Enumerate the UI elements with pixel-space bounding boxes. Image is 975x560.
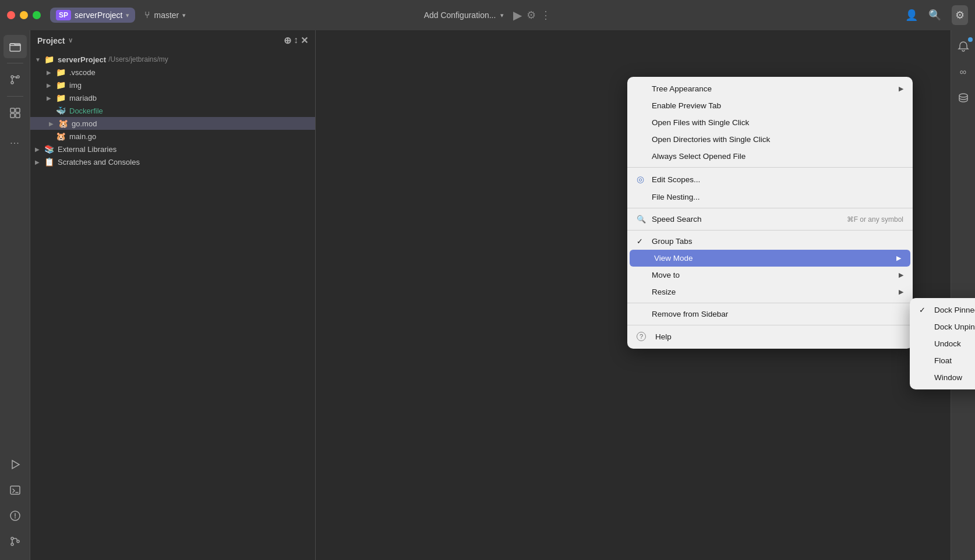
branch-pill[interactable]: ⑂ master ▾ [144, 10, 186, 20]
serverproject-name: serverProject [58, 55, 106, 64]
menu-sep-2 [627, 208, 913, 208]
left-icon-bar: ··· [0, 30, 30, 560]
menu-item-always-select[interactable]: Always Select Opened File [627, 148, 913, 165]
checkmark-icon: ✓ [919, 306, 928, 314]
sidebar-title-dropdown[interactable]: ∨ [68, 37, 73, 44]
project-pill[interactable]: SP serverProject ▾ [50, 8, 135, 23]
tree-item-ext-libs[interactable]: ▶ 📚 External Libraries [30, 143, 315, 155]
move-to-label: Move to [652, 271, 680, 279]
tree-item-dockerfile[interactable]: 🐳 Dockerfile [30, 104, 315, 117]
sidebar-tree: ▼ 📁 serverProject /Users/jetbrains/my ▶ … [30, 51, 315, 560]
svg-rect-6 [10, 114, 15, 118]
sidebar-add-icon[interactable]: ⊕ [284, 35, 291, 46]
sidebar-icon-more[interactable]: ··· [3, 132, 27, 155]
submenu-item-window[interactable]: Window [910, 369, 975, 386]
submenu: ✓ Dock Pinned Dock Unpinned Undock Float [910, 298, 975, 389]
menu-item-view-mode[interactable]: View Mode ▶ [630, 250, 910, 267]
menu-sep-4 [627, 303, 913, 303]
add-config-dropdown[interactable]: ▾ [500, 12, 504, 19]
submenu-item-float[interactable]: Float [910, 352, 975, 369]
right-bar-database[interactable] [952, 86, 975, 109]
menu-item-move-to[interactable]: Move to ▶ [627, 267, 913, 283]
menu-item-file-nesting[interactable]: File Nesting... [627, 189, 913, 205]
tree-item-maingo[interactable]: 🐹 main.go [30, 130, 315, 143]
scratches-icon: 📋 [44, 157, 54, 166]
svg-point-14 [959, 94, 967, 97]
submenu-item-dock-pinned[interactable]: ✓ Dock Pinned [910, 302, 975, 318]
right-bar-copilot[interactable]: ∞ [952, 61, 975, 84]
traffic-light-red[interactable] [7, 11, 15, 19]
gomod-label: go.mod [72, 119, 97, 128]
speed-search-label: Speed Search [652, 215, 702, 224]
sidebar-sync-icon[interactable]: ↕ [294, 35, 298, 46]
run-button[interactable]: ▶ [513, 8, 522, 22]
search-icon[interactable]: 🔍 [928, 9, 941, 22]
img-label: img [69, 81, 82, 90]
sidebar-icon-git2[interactable] [3, 530, 27, 553]
group-tabs-label: Group Tabs [652, 237, 693, 246]
sidebar-icon-plugins[interactable] [3, 101, 27, 125]
remove-sidebar-label: Remove from Sidebar [652, 310, 728, 318]
tree-item-mariadb[interactable]: ▶ 📁 mariadb [30, 91, 315, 104]
menu-item-help[interactable]: ? Help [627, 328, 913, 345]
submenu-item-dock-unpinned[interactable]: Dock Unpinned [910, 318, 975, 335]
tree-appearance-label: Tree Appearance [652, 84, 712, 93]
arrow-icon: ▶ [896, 254, 901, 262]
traffic-light-green[interactable] [33, 11, 41, 19]
library-icon: 📚 [44, 144, 54, 154]
sidebar-close-icon[interactable]: ✕ [301, 35, 308, 46]
branch-icon: ⑂ [144, 10, 150, 20]
settings-icon[interactable]: ⚙ [952, 5, 968, 25]
tree-item-vscode[interactable]: ▶ 📁 .vscode [30, 66, 315, 79]
menu-item-tree-appearance[interactable]: Tree Appearance ▶ [627, 80, 913, 97]
arrow-icon: ▶ [899, 85, 903, 93]
menu-item-resize[interactable]: Resize ▶ [627, 283, 913, 300]
right-bar-notifications[interactable] [952, 35, 975, 58]
sidebar-icon-git[interactable] [3, 68, 27, 91]
resize-label: Resize [652, 288, 676, 296]
chevron-right-icon: ▶ [47, 95, 54, 101]
tree-item-gomod[interactable]: ▶ 🐹 go.mod [30, 117, 315, 130]
icon-bar-sep-2 [7, 96, 23, 97]
add-config-label: Add Configuration... [424, 10, 496, 20]
arrow-icon: ▶ [899, 288, 903, 296]
submenu-item-undock[interactable]: Undock [910, 335, 975, 352]
chevron-down-icon: ▼ [35, 56, 42, 63]
menu-item-remove-sidebar[interactable]: Remove from Sidebar [627, 306, 913, 322]
view-mode-label: View Mode [654, 254, 693, 263]
sidebar-icon-problems[interactable] [3, 504, 27, 527]
scratches-label: Scratches and Consoles [58, 158, 140, 166]
svg-marker-8 [12, 460, 19, 469]
left-bar-bottom-icons [3, 453, 27, 553]
svg-point-1 [11, 76, 13, 78]
menu-item-edit-scopes[interactable]: ◎ Edit Scopes... [627, 170, 913, 189]
tree-item-scratches[interactable]: ▶ 📋 Scratches and Consoles [30, 155, 315, 168]
context-menu: Tree Appearance ▶ Enable Preview Tab Ope… [627, 77, 913, 349]
sidebar-icon-run[interactable] [3, 453, 27, 476]
tree-item-img[interactable]: ▶ 📁 img [30, 79, 315, 91]
menu-item-speed-search[interactable]: 🔍 Speed Search ⌘F or any symbol [627, 211, 913, 228]
go-icon: 🐹 [56, 132, 66, 141]
menu-item-enable-preview[interactable]: Enable Preview Tab [627, 97, 913, 114]
tree-item-serverproject[interactable]: ▼ 📁 serverProject /Users/jetbrains/my [30, 53, 315, 66]
sidebar-icon-folder[interactable] [3, 35, 27, 58]
sidebar-icon-terminal[interactable] [3, 479, 27, 502]
menu-item-open-dirs[interactable]: Open Directories with Single Click [627, 131, 913, 148]
svg-rect-9 [10, 486, 20, 494]
titlebar: SP serverProject ▾ ⑂ master ▾ Add Config… [0, 0, 975, 30]
debug-icon[interactable]: ⚙ [527, 9, 536, 22]
always-select-label: Always Select Opened File [652, 152, 746, 161]
svg-rect-4 [10, 108, 15, 112]
menu-item-open-single[interactable]: Open Files with Single Click [627, 114, 913, 131]
more-icon[interactable]: ⋮ [541, 9, 551, 22]
add-account-icon[interactable]: 👤 [905, 9, 918, 22]
maingo-label: main.go [69, 132, 96, 141]
menu-item-group-tabs[interactable]: ✓ Group Tabs [627, 233, 913, 250]
traffic-light-yellow[interactable] [20, 11, 28, 19]
help-label: Help [655, 332, 672, 341]
radio-icon: ◎ [637, 174, 646, 185]
dockerfile-label: Dockerfile [69, 107, 103, 115]
menu-sep-3 [627, 230, 913, 231]
menu-sep-1 [627, 167, 913, 168]
checkmark-icon: ✓ [637, 237, 646, 246]
